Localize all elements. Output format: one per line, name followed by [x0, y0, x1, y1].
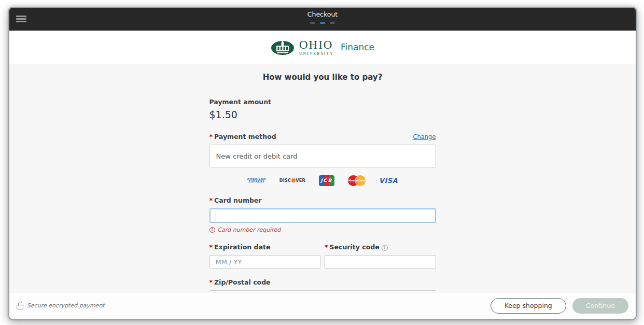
payment-amount-label: Payment amount: [209, 98, 436, 106]
card-number-input[interactable]: [209, 208, 436, 223]
expiration-date-input[interactable]: [209, 255, 321, 269]
security-code-label: *Security codei: [325, 243, 436, 251]
amex-icon: AMERICAN EXPRESS: [247, 178, 266, 183]
wordmark-ohio: OHIO: [299, 39, 334, 51]
checkout-window: Checkout OHIO UNIVERS: [8, 7, 637, 320]
payment-method-selector[interactable]: New credit or debit card: [209, 145, 436, 167]
required-asterisk: *: [209, 278, 213, 286]
mastercard-icon: MasterCard: [348, 175, 366, 186]
step-dot-3: [330, 22, 335, 24]
step-indicator: [9, 22, 636, 24]
discover-icon: DISCVER: [279, 178, 305, 183]
required-asterisk: *: [325, 243, 328, 251]
required-asterisk: *: [209, 133, 213, 140]
payment-heading: How would you like to pay?: [9, 73, 636, 82]
required-asterisk: *: [209, 196, 213, 204]
card-number-label: *Card number: [209, 196, 436, 204]
card-number-error: ! Card number required: [209, 227, 436, 233]
zip-postal-label: *Zip/Postal code: [209, 278, 436, 286]
payment-amount-value: $1.50: [209, 109, 436, 120]
lock-icon: [17, 302, 23, 309]
ohio-university-logo: OHIO UNIVERSITY Finance: [271, 39, 374, 56]
secure-payment-note: Secure encrypted payment: [17, 302, 105, 309]
change-payment-method-link[interactable]: Change: [413, 133, 436, 140]
accepted-card-brands: AMERICAN EXPRESS DISCVER JCB MasterCard …: [209, 175, 436, 186]
keep-shopping-button[interactable]: Keep shopping: [491, 298, 566, 314]
ohio-emblem-icon: [271, 39, 295, 55]
jcb-icon: JCB: [319, 175, 334, 186]
top-bar: Checkout: [9, 8, 636, 31]
visa-icon: VISA: [379, 177, 398, 185]
text-caret: [216, 211, 217, 219]
brand-suffix-finance: Finance: [341, 42, 374, 52]
page-title: Checkout: [9, 10, 636, 18]
wordmark-university: UNIVERSITY: [299, 52, 334, 56]
continue-button[interactable]: Continue: [572, 298, 628, 314]
security-code-input[interactable]: [325, 255, 436, 269]
wordmark: OHIO UNIVERSITY: [299, 39, 334, 56]
error-alert-icon: !: [209, 227, 215, 233]
security-code-info-icon[interactable]: i: [382, 245, 388, 251]
expiration-date-label: *Expiration date: [209, 243, 321, 251]
main-content: How would you like to pay? Payment amoun…: [9, 64, 636, 292]
payment-method-label: *Payment method: [209, 133, 276, 140]
footer-bar: Secure encrypted payment Keep shopping C…: [9, 292, 636, 319]
step-dot-1: [310, 22, 315, 24]
brand-band: OHIO UNIVERSITY Finance: [9, 31, 636, 64]
payment-form: Payment amount $1.50 *Payment method Cha…: [209, 98, 436, 292]
required-asterisk: *: [209, 243, 213, 251]
step-dot-2-active: [320, 22, 325, 24]
